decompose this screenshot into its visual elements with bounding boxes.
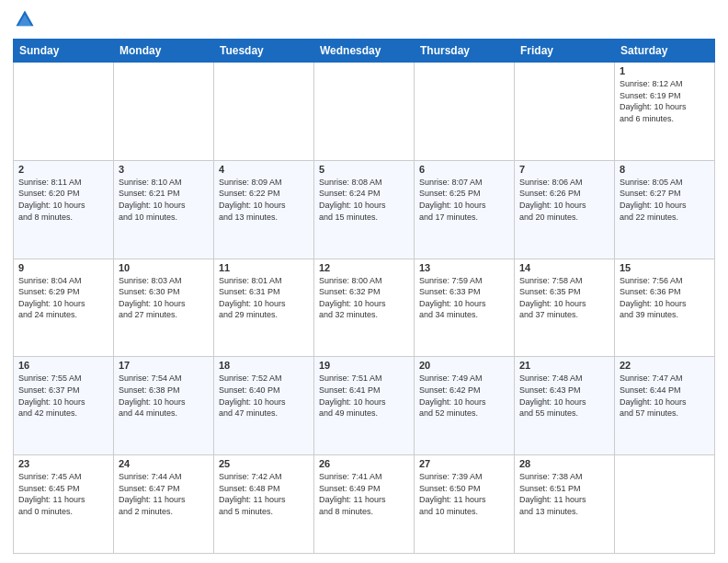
calendar-cell: 21Sunrise: 7:48 AM Sunset: 6:43 PM Dayli… [515,357,615,455]
day-number: 2 [18,164,108,175]
logo-icon [15,9,35,29]
day-number: 20 [419,360,509,371]
weekday-tuesday: Tuesday [214,40,314,63]
calendar-cell: 5Sunrise: 8:08 AM Sunset: 6:24 PM Daylig… [314,160,415,259]
day-info: Sunrise: 7:48 AM Sunset: 6:43 PM Dayligh… [519,373,609,419]
calendar-cell: 17Sunrise: 7:54 AM Sunset: 6:38 PM Dayli… [114,357,214,455]
day-number: 26 [319,458,409,469]
calendar-cell [314,63,415,161]
weekday-monday: Monday [114,40,214,63]
calendar-cell: 7Sunrise: 8:06 AM Sunset: 6:26 PM Daylig… [515,160,615,259]
day-info: Sunrise: 8:10 AM Sunset: 6:21 PM Dayligh… [119,177,209,223]
calendar-table: SundayMondayTuesdayWednesdayThursdayFrid… [13,39,715,554]
calendar-cell: 15Sunrise: 7:56 AM Sunset: 6:36 PM Dayli… [615,259,715,357]
day-info: Sunrise: 7:52 AM Sunset: 6:40 PM Dayligh… [219,373,309,419]
day-number: 10 [119,262,209,273]
day-number: 25 [219,458,309,469]
calendar-cell: 24Sunrise: 7:44 AM Sunset: 6:47 PM Dayli… [114,455,214,554]
day-info: Sunrise: 8:00 AM Sunset: 6:32 PM Dayligh… [319,275,409,321]
header [13,9,715,33]
weekday-friday: Friday [515,40,615,63]
week-row-3: 9Sunrise: 8:04 AM Sunset: 6:29 PM Daylig… [14,259,715,357]
calendar-cell [415,63,515,161]
calendar-cell: 18Sunrise: 7:52 AM Sunset: 6:40 PM Dayli… [214,357,314,455]
day-number: 28 [519,458,609,469]
logo [13,9,39,33]
calendar-cell [615,455,715,554]
day-info: Sunrise: 7:42 AM Sunset: 6:48 PM Dayligh… [219,471,309,517]
day-number: 11 [219,262,309,273]
weekday-header-row: SundayMondayTuesdayWednesdayThursdayFrid… [14,40,715,63]
calendar-cell: 22Sunrise: 7:47 AM Sunset: 6:44 PM Dayli… [615,357,715,455]
calendar-cell: 27Sunrise: 7:39 AM Sunset: 6:50 PM Dayli… [415,455,515,554]
calendar-cell: 1Sunrise: 8:12 AM Sunset: 6:19 PM Daylig… [615,63,715,161]
calendar-cell [515,63,615,161]
day-info: Sunrise: 8:12 AM Sunset: 6:19 PM Dayligh… [620,78,710,124]
calendar-cell: 25Sunrise: 7:42 AM Sunset: 6:48 PM Dayli… [214,455,314,554]
day-info: Sunrise: 8:06 AM Sunset: 6:26 PM Dayligh… [519,177,609,223]
day-number: 23 [18,458,108,469]
calendar-cell: 12Sunrise: 8:00 AM Sunset: 6:32 PM Dayli… [314,259,415,357]
day-info: Sunrise: 8:05 AM Sunset: 6:27 PM Dayligh… [620,177,710,223]
day-number: 21 [519,360,609,371]
day-number: 1 [620,65,710,76]
calendar-cell: 14Sunrise: 7:58 AM Sunset: 6:35 PM Dayli… [515,259,615,357]
calendar-cell: 2Sunrise: 8:11 AM Sunset: 6:20 PM Daylig… [14,160,114,259]
calendar-cell [214,63,314,161]
day-info: Sunrise: 8:04 AM Sunset: 6:29 PM Dayligh… [18,275,108,321]
day-number: 27 [419,458,509,469]
calendar-cell: 4Sunrise: 8:09 AM Sunset: 6:22 PM Daylig… [214,160,314,259]
calendar-cell [114,63,214,161]
calendar-cell: 19Sunrise: 7:51 AM Sunset: 6:41 PM Dayli… [314,357,415,455]
calendar-cell: 8Sunrise: 8:05 AM Sunset: 6:27 PM Daylig… [615,160,715,259]
day-info: Sunrise: 7:44 AM Sunset: 6:47 PM Dayligh… [119,471,209,517]
day-info: Sunrise: 7:49 AM Sunset: 6:42 PM Dayligh… [419,373,509,419]
calendar-cell: 26Sunrise: 7:41 AM Sunset: 6:49 PM Dayli… [314,455,415,554]
calendar-cell: 20Sunrise: 7:49 AM Sunset: 6:42 PM Dayli… [415,357,515,455]
day-number: 16 [18,360,108,371]
week-row-2: 2Sunrise: 8:11 AM Sunset: 6:20 PM Daylig… [14,160,715,259]
day-info: Sunrise: 7:56 AM Sunset: 6:36 PM Dayligh… [620,275,710,321]
weekday-sunday: Sunday [14,40,114,63]
weekday-saturday: Saturday [615,40,715,63]
page: SundayMondayTuesdayWednesdayThursdayFrid… [0,0,728,563]
day-info: Sunrise: 7:59 AM Sunset: 6:33 PM Dayligh… [419,275,509,321]
day-number: 15 [620,262,710,273]
day-number: 14 [519,262,609,273]
day-info: Sunrise: 8:07 AM Sunset: 6:25 PM Dayligh… [419,177,509,223]
day-info: Sunrise: 8:03 AM Sunset: 6:30 PM Dayligh… [119,275,209,321]
weekday-wednesday: Wednesday [314,40,415,63]
day-info: Sunrise: 8:08 AM Sunset: 6:24 PM Dayligh… [319,177,409,223]
day-info: Sunrise: 7:54 AM Sunset: 6:38 PM Dayligh… [119,373,209,419]
day-number: 5 [319,164,409,175]
calendar-cell: 16Sunrise: 7:55 AM Sunset: 6:37 PM Dayli… [14,357,114,455]
day-number: 9 [18,262,108,273]
day-info: Sunrise: 7:45 AM Sunset: 6:45 PM Dayligh… [18,471,108,517]
day-info: Sunrise: 7:58 AM Sunset: 6:35 PM Dayligh… [519,275,609,321]
day-number: 7 [519,164,609,175]
day-info: Sunrise: 7:39 AM Sunset: 6:50 PM Dayligh… [419,471,509,517]
day-info: Sunrise: 7:47 AM Sunset: 6:44 PM Dayligh… [620,373,710,419]
week-row-5: 23Sunrise: 7:45 AM Sunset: 6:45 PM Dayli… [14,455,715,554]
day-number: 3 [119,164,209,175]
calendar-cell: 28Sunrise: 7:38 AM Sunset: 6:51 PM Dayli… [515,455,615,554]
day-number: 22 [620,360,710,371]
calendar-cell: 9Sunrise: 8:04 AM Sunset: 6:29 PM Daylig… [14,259,114,357]
calendar-cell: 10Sunrise: 8:03 AM Sunset: 6:30 PM Dayli… [114,259,214,357]
day-info: Sunrise: 8:09 AM Sunset: 6:22 PM Dayligh… [219,177,309,223]
day-info: Sunrise: 7:55 AM Sunset: 6:37 PM Dayligh… [18,373,108,419]
calendar-cell: 6Sunrise: 8:07 AM Sunset: 6:25 PM Daylig… [415,160,515,259]
calendar-cell: 3Sunrise: 8:10 AM Sunset: 6:21 PM Daylig… [114,160,214,259]
calendar-cell: 23Sunrise: 7:45 AM Sunset: 6:45 PM Dayli… [14,455,114,554]
day-number: 8 [620,164,710,175]
day-number: 6 [419,164,509,175]
day-number: 18 [219,360,309,371]
week-row-4: 16Sunrise: 7:55 AM Sunset: 6:37 PM Dayli… [14,357,715,455]
day-info: Sunrise: 7:38 AM Sunset: 6:51 PM Dayligh… [519,471,609,517]
weekday-thursday: Thursday [415,40,515,63]
week-row-1: 1Sunrise: 8:12 AM Sunset: 6:19 PM Daylig… [14,63,715,161]
day-number: 13 [419,262,509,273]
day-number: 19 [319,360,409,371]
day-info: Sunrise: 7:41 AM Sunset: 6:49 PM Dayligh… [319,471,409,517]
day-info: Sunrise: 8:01 AM Sunset: 6:31 PM Dayligh… [219,275,309,321]
